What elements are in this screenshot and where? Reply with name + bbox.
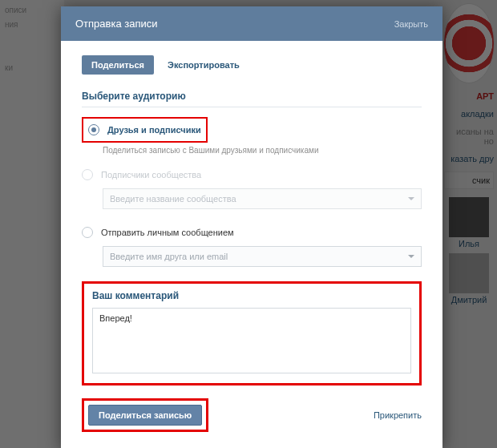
radio-icon — [82, 169, 93, 180]
friend-select[interactable]: Введите имя друга или email — [103, 246, 422, 267]
comment-title: Ваш комментарий — [92, 290, 411, 301]
select-placeholder: Введите имя друга или email — [110, 252, 228, 261]
comment-textarea[interactable] — [92, 308, 411, 373]
radio-private[interactable]: Отправить личным сообщением — [82, 224, 422, 241]
radio-icon — [88, 124, 99, 135]
share-dialog: Отправка записи Закрыть Поделиться Экспо… — [61, 6, 442, 448]
dialog-title: Отправка записи — [75, 18, 158, 30]
radio-sublabel: Поделиться записью с Вашими друзьями и п… — [103, 146, 422, 155]
tab-export[interactable]: Экспортировать — [164, 55, 243, 75]
radio-community[interactable]: Подписчики сообщества — [82, 166, 422, 184]
dialog-header: Отправка записи Закрыть — [61, 6, 442, 41]
audience-title: Выберите аудиторию — [82, 91, 422, 107]
radio-label: Подписчики сообщества — [101, 170, 201, 180]
radio-friends[interactable]: Друзья и подписчики — [88, 121, 201, 139]
comment-block: Ваш комментарий — [82, 281, 422, 385]
radio-label: Друзья и подписчики — [107, 125, 201, 135]
select-placeholder: Введите название сообщества — [110, 194, 236, 204]
chevron-down-icon — [408, 255, 414, 258]
radio-icon — [82, 227, 93, 238]
attach-link[interactable]: Прикрепить — [374, 410, 422, 420]
chevron-down-icon — [408, 197, 414, 200]
tab-share[interactable]: Поделиться — [82, 55, 154, 75]
community-select[interactable]: Введите название сообщества — [103, 188, 422, 209]
close-button[interactable]: Закрыть — [394, 19, 428, 29]
dialog-tabs: Поделиться Экспортировать — [82, 55, 422, 75]
radio-label: Отправить личным сообщением — [101, 228, 234, 237]
submit-button[interactable]: Поделиться записью — [88, 405, 202, 426]
